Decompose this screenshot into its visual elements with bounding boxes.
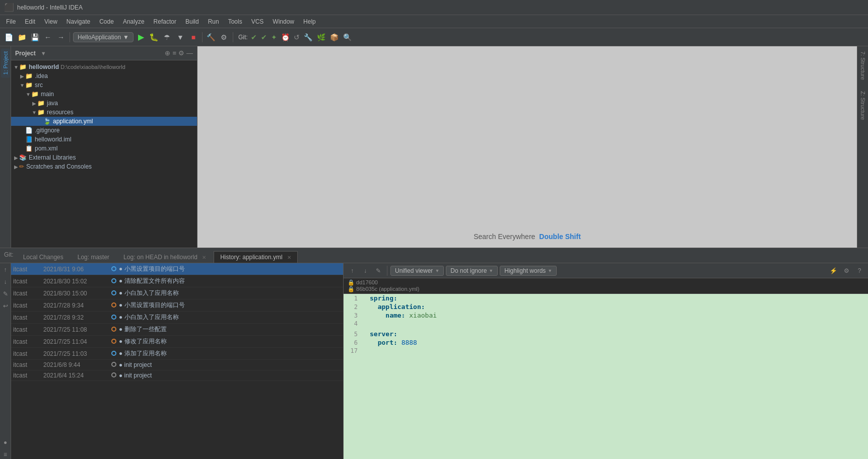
tree-item-application-yml[interactable]: 🍃 application.yml — [11, 117, 197, 126]
git-btn-dot[interactable]: ● — [1, 438, 10, 447]
commit-row-8[interactable]: itcast 2021/6/8 9:44 ● init project — [11, 360, 343, 370]
toolbar-search[interactable]: 🔍 — [342, 32, 353, 43]
menu-help[interactable]: Help — [299, 17, 320, 26]
git-btn-edit[interactable]: ✎ — [1, 289, 10, 298]
expand-icon[interactable]: ≡ — [172, 49, 176, 57]
close-panel-icon[interactable]: — — [186, 49, 193, 57]
commit-author-7: itcast — [13, 350, 43, 357]
expand-arrow-scratches[interactable]: ▶ — [13, 164, 19, 170]
git-history[interactable]: ⏰ — [280, 33, 291, 41]
tree-item-resources[interactable]: ▼ 📁 resources — [11, 108, 197, 117]
git-btn-rollback[interactable]: ↩ — [1, 301, 10, 311]
debug-button[interactable]: 🐛 — [149, 32, 160, 43]
toolbar-forward[interactable]: → — [55, 32, 66, 43]
highlight-dropdown[interactable]: Highlight words ▼ — [500, 266, 557, 276]
tree-item-pom[interactable]: 📋 pom.xml — [11, 144, 197, 153]
tree-item-main[interactable]: ▼ 📁 main — [11, 90, 197, 99]
commit-row-3[interactable]: itcast 2021/7/28 9:34 ● 小黑设置项目的端口号 — [11, 299, 343, 312]
git-branches[interactable]: 🌿 — [316, 32, 327, 43]
outer-tab-project[interactable]: 1: Project — [1, 48, 10, 78]
git-checkmark-1[interactable]: ✔ — [250, 33, 258, 41]
ignore-dropdown[interactable]: Do not ignore ▼ — [446, 266, 498, 276]
expand-arrow-java[interactable]: ▶ — [31, 101, 37, 106]
outer-tab-structure[interactable]: 7: Structure — [858, 48, 867, 83]
commit-row-2[interactable]: itcast 2021/8/30 15:00 ● 小白加入了应用名称 — [11, 287, 343, 299]
tree-item-iml[interactable]: 📘 helloworld.iml — [11, 135, 197, 144]
line-num-3: 3 — [344, 312, 362, 319]
menu-edit[interactable]: Edit — [21, 17, 39, 26]
toolbar-sep-2 — [202, 32, 203, 42]
git-shelve[interactable]: 📦 — [329, 32, 340, 43]
run-button[interactable]: ▶ — [136, 32, 147, 43]
toolbar-more[interactable]: ⚙ — [219, 32, 230, 43]
tab-log-head[interactable]: Log: on HEAD in helloworld ✕ — [117, 251, 213, 263]
stop-button[interactable]: ■ — [188, 32, 199, 43]
expand-arrow-ext-libs[interactable]: ▶ — [13, 155, 19, 161]
main-area: 1: Project 2: Favorites Project ▼ ⊕ ≡ ⚙ … — [0, 46, 868, 459]
close-tab-log-head[interactable]: ✕ — [202, 255, 206, 260]
diff-options-btn[interactable]: ⚙ — [841, 265, 852, 276]
toolbar-new-file[interactable]: 📄 — [3, 32, 14, 43]
diff-help-btn[interactable]: ? — [854, 265, 865, 276]
tab-history-yml[interactable]: History: application.yml ✕ — [214, 251, 298, 263]
tab-log-master[interactable]: Log: master — [71, 251, 116, 263]
run-with-coverage[interactable]: ☂ — [162, 32, 173, 43]
expand-arrow-resources[interactable]: ▼ — [31, 110, 37, 115]
settings-icon[interactable]: ⚙ — [178, 49, 184, 57]
run-config-selector[interactable]: HelloApplication ▼ — [73, 32, 133, 42]
commit-row-1[interactable]: itcast 2021/8/30 15:02 ● 清除配置文件所有内容 — [11, 275, 343, 287]
git-btn-menu[interactable]: ≡ — [1, 450, 10, 459]
git-settings[interactable]: 🔧 — [303, 32, 314, 43]
commit-row-4[interactable]: itcast 2021/7/28 9:32 ● 小白加入了应用名称 — [11, 312, 343, 324]
menu-file[interactable]: File — [2, 17, 20, 26]
tree-item-gitignore[interactable]: 📄 .gitignore — [11, 126, 197, 135]
commit-row-5[interactable]: itcast 2021/7/25 11:08 ● 删除了一些配置 — [11, 324, 343, 336]
commit-row-7[interactable]: itcast 2021/7/25 11:03 ● 添加了应用名称 — [11, 348, 343, 360]
menu-analyze[interactable]: Analyze — [119, 17, 149, 26]
toolbar-save-all[interactable]: 💾 — [29, 32, 40, 43]
tree-item-src[interactable]: ▼ 📁 src — [11, 81, 197, 90]
menu-run[interactable]: Run — [204, 17, 223, 26]
commit-row-6[interactable]: itcast 2021/7/25 11:04 ● 修改了应用名称 — [11, 336, 343, 348]
locate-icon[interactable]: ⊕ — [165, 49, 170, 57]
menu-build[interactable]: Build — [181, 17, 203, 26]
project-panel-header: Project ▼ ⊕ ≡ ⚙ — — [11, 46, 197, 60]
viewer-dropdown[interactable]: Unified viewer ▼ — [390, 266, 444, 276]
menu-window[interactable]: Window — [269, 17, 298, 26]
diff-settings-btn[interactable]: ✎ — [373, 265, 384, 276]
tree-item-scratches[interactable]: ▶ ✏ Scratches and Consoles — [11, 162, 197, 171]
more-run-options[interactable]: ▼ — [175, 32, 186, 43]
toolbar-open[interactable]: 📁 — [16, 32, 27, 43]
toolbar-back[interactable]: ← — [42, 32, 53, 43]
git-btn-down[interactable]: ↓ — [1, 277, 10, 286]
tab-local-changes[interactable]: Local Changes — [17, 251, 70, 263]
close-tab-history-yml[interactable]: ✕ — [287, 255, 291, 260]
git-btn-up[interactable]: ↑ — [1, 265, 10, 274]
menu-vcs[interactable]: VCS — [247, 17, 268, 26]
tree-item-idea[interactable]: ▶ 📁 .idea — [11, 71, 197, 81]
git-push[interactable]: ✦ — [270, 33, 278, 41]
expand-arrow-helloworld[interactable]: ▼ — [13, 64, 19, 70]
diff-next-btn[interactable]: ↓ — [360, 265, 371, 276]
menu-code[interactable]: Code — [95, 17, 118, 26]
menu-navigate[interactable]: Navigate — [62, 17, 94, 26]
tree-item-helloworld[interactable]: ▼ 📁 helloworld D:\code\xiaobai\helloworl… — [11, 62, 197, 71]
git-rollback[interactable]: ↺ — [293, 33, 301, 41]
expand-arrow-main[interactable]: ▼ — [25, 92, 31, 97]
git-checkmark-2[interactable]: ✔ — [260, 33, 268, 41]
tree-item-java[interactable]: ▶ 📁 java — [11, 99, 197, 108]
menu-tools[interactable]: Tools — [224, 17, 246, 26]
diff-collapse-btn[interactable]: ⚡ — [828, 265, 839, 276]
project-dropdown-icon[interactable]: ▼ — [41, 50, 46, 56]
commit-row-9[interactable]: itcast 2021/6/4 15:24 ● init project — [11, 370, 343, 381]
expand-arrow-src[interactable]: ▼ — [19, 83, 25, 88]
folder-icon-java: 📁 — [37, 100, 45, 107]
tree-item-ext-libs[interactable]: ▶ 📚 External Libraries — [11, 153, 197, 162]
diff-prev-btn[interactable]: ↑ — [347, 265, 358, 276]
menu-view[interactable]: View — [40, 17, 61, 26]
menu-refactor[interactable]: Refactor — [150, 17, 180, 26]
expand-arrow-idea[interactable]: ▶ — [19, 73, 25, 79]
outer-tab-z-structure[interactable]: Z: Structure — [858, 88, 867, 123]
commit-row-0[interactable]: itcast 2021/8/31 9:06 ● 小黑设置项目的端口号 — [11, 263, 343, 275]
toolbar-build[interactable]: 🔨 — [206, 32, 217, 43]
